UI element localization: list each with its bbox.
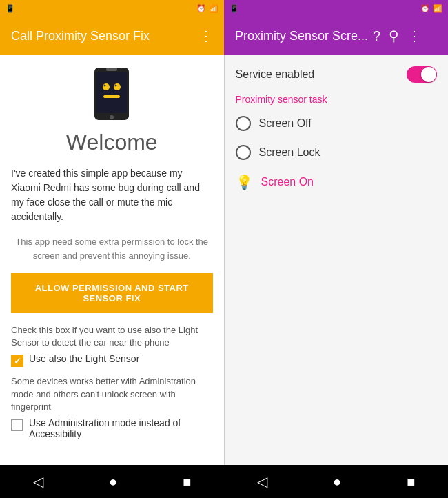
right-status-icons: ⏰📶: [420, 4, 442, 13]
screen-lock-option[interactable]: Screen Lock: [236, 145, 438, 160]
admin-mode-checkbox[interactable]: [11, 419, 23, 431]
left-nav-home[interactable]: ●: [109, 474, 117, 490]
screen-off-radio[interactable]: [236, 116, 251, 131]
permission-note: This app need some extra permission to l…: [11, 235, 213, 262]
right-search-icon[interactable]: ⚲: [389, 29, 399, 43]
phone-icon-wrapper: [91, 66, 132, 130]
light-sensor-label: Use also the Light Sensor: [29, 353, 139, 364]
service-label: Service enabled: [236, 68, 315, 81]
right-app-title: Proximity Sensor Scre...: [235, 29, 373, 43]
screen-lock-radio[interactable]: [236, 145, 251, 160]
admin-mode-label: Use Administration mode instead of Acces…: [29, 417, 213, 439]
svg-point-7: [115, 85, 117, 87]
left-app-bar: Call Proximity Sensor Fix ⋮: [0, 17, 224, 55]
screen-off-label: Screen Off: [259, 117, 312, 130]
svg-point-6: [104, 85, 106, 87]
left-menu-icon[interactable]: ⋮: [199, 29, 213, 43]
svg-rect-8: [106, 68, 117, 71]
left-nav-bar: ◁ ● ■: [0, 465, 224, 498]
admin-note: Some devices works better with Administr…: [11, 375, 213, 413]
right-status-icon: 📱: [230, 4, 239, 13]
light-sensor-checkbox[interactable]: ✓: [11, 355, 23, 367]
right-status-bar: 📱 ⏰📶: [224, 0, 448, 17]
left-nav-recent[interactable]: ■: [183, 474, 191, 490]
left-status-icon: 📱: [6, 4, 15, 13]
svg-rect-5: [103, 95, 120, 98]
left-nav-back[interactable]: ◁: [33, 473, 43, 490]
welcome-title: Welcome: [66, 130, 158, 155]
svg-point-2: [110, 115, 114, 119]
left-status-icons: ⏰📶: [196, 4, 218, 13]
svg-rect-1: [96, 72, 127, 113]
svg-point-3: [103, 83, 110, 90]
screen-off-option[interactable]: Screen Off: [236, 116, 438, 131]
left-status-bar: 📱 ⏰📶: [0, 0, 224, 17]
right-nav-bar: ◁ ● ■: [224, 465, 448, 498]
screen-on-option[interactable]: 💡 Screen On: [236, 174, 438, 190]
screen-lock-label: Screen Lock: [259, 146, 320, 159]
right-app-bar: Proximity Sensor Scre... ? ⚲ ⋮: [224, 17, 448, 55]
service-enabled-row: Service enabled: [236, 66, 438, 83]
svg-point-4: [114, 83, 121, 90]
welcome-description: I've created this simple app because my …: [11, 166, 213, 224]
left-app-title: Call Proximity Sensor Fix: [11, 29, 199, 43]
right-nav-home[interactable]: ●: [333, 474, 341, 490]
light-sensor-checkmark: ✓: [14, 357, 21, 366]
right-nav-recent[interactable]: ■: [407, 474, 415, 490]
right-nav-back[interactable]: ◁: [257, 473, 267, 490]
admin-mode-section: Some devices works better with Administr…: [11, 375, 213, 439]
right-menu-icon[interactable]: ⋮: [407, 29, 421, 43]
proximity-task-title: Proximity sensor task: [236, 94, 438, 105]
right-panel: Service enabled Proximity sensor task Sc…: [225, 55, 449, 465]
light-sensor-section: Check this box if you want to use also t…: [11, 324, 213, 367]
screen-on-label: Screen On: [261, 176, 314, 188]
left-panel: Welcome I've created this simple app bec…: [0, 55, 224, 465]
bulb-icon: 💡: [236, 174, 253, 190]
right-help-icon[interactable]: ?: [373, 29, 380, 43]
allow-permission-button[interactable]: ALLOW PERMISSION AND START SENSOR FIX: [11, 273, 213, 313]
service-toggle[interactable]: [407, 66, 437, 83]
toggle-knob: [421, 67, 436, 82]
light-sensor-note: Check this box if you want to use also t…: [11, 324, 213, 349]
